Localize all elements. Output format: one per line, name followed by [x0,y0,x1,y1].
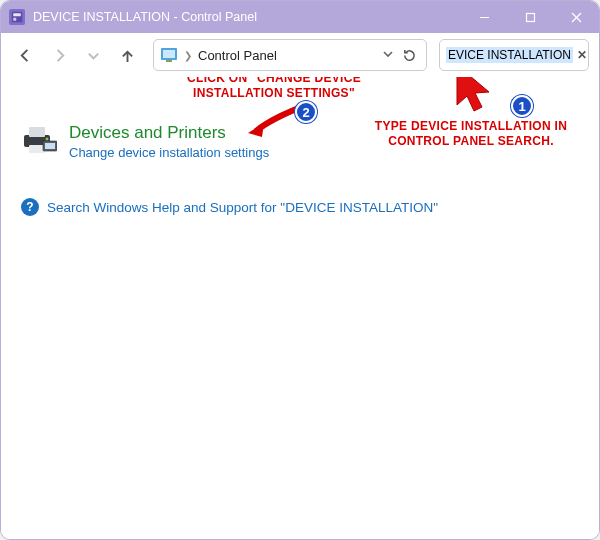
svg-rect-4 [526,13,534,21]
maximize-button[interactable] [507,1,553,33]
control-panel-window: DEVICE INSTALLATION - Control Panel [0,0,600,540]
svg-rect-16 [45,143,55,149]
search-input[interactable]: EVICE INSTALLATION ✕ [439,39,589,71]
search-query-text: EVICE INSTALLATION [446,47,573,63]
recent-locations-button[interactable] [79,41,107,69]
svg-point-14 [46,138,49,141]
change-device-installation-settings-link[interactable]: Change device installation settings [69,145,269,160]
help-search-row: ? Search Windows Help and Support for "D… [21,198,583,216]
svg-rect-9 [163,50,175,58]
result-text-block: Devices and Printers Change device insta… [69,123,269,160]
breadcrumb-item[interactable]: Control Panel [198,48,277,63]
back-button[interactable] [11,41,39,69]
minimize-button[interactable] [461,1,507,33]
svg-rect-2 [13,18,16,21]
toolbar: ❯ Control Panel EVICE INSTALLATION ✕ [1,33,599,77]
refresh-button[interactable] [398,41,420,69]
forward-button[interactable] [45,41,73,69]
help-search-link[interactable]: Search Windows Help and Support for "DEV… [47,200,438,215]
svg-rect-12 [29,127,45,137]
chevron-down-icon[interactable] [382,48,394,63]
annotation-step2-text: CLICK ON "CHANGE DEVICE INSTALLATION SET… [179,77,369,101]
titlebar: DEVICE INSTALLATION - Control Panel [1,1,599,33]
close-button[interactable] [553,1,599,33]
window-title: DEVICE INSTALLATION - Control Panel [33,10,461,24]
devices-and-printers-icon [21,123,57,157]
annotation-badge-2: 2 [295,101,317,123]
chevron-right-icon: ❯ [184,50,192,61]
svg-rect-1 [13,13,21,16]
address-bar[interactable]: ❯ Control Panel [153,39,427,71]
devices-and-printers-link[interactable]: Devices and Printers [69,123,226,142]
control-panel-icon [9,9,25,25]
annotation-badge-1: 1 [511,95,533,117]
annotation-cursor [453,77,491,119]
svg-rect-13 [29,145,45,153]
window-controls [461,1,599,33]
svg-rect-10 [166,60,172,62]
clear-search-button[interactable]: ✕ [573,48,587,62]
help-icon: ? [21,198,39,216]
content-area: Devices and Printers Change device insta… [1,77,599,539]
search-result: Devices and Printers Change device insta… [21,123,583,160]
svg-marker-18 [457,77,489,111]
up-button[interactable] [113,41,141,69]
control-panel-small-icon [160,46,178,64]
